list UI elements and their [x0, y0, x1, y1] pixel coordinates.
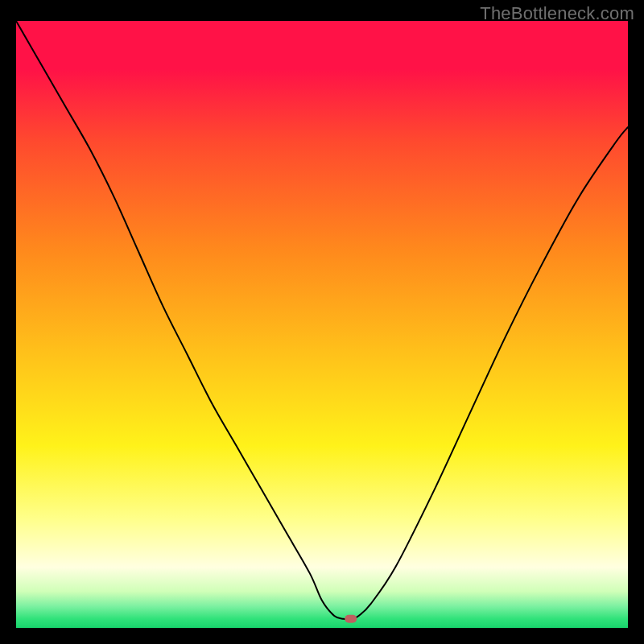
- optimal-point-marker: [345, 615, 357, 623]
- bottleneck-plot: [16, 21, 628, 628]
- gradient-background: [16, 21, 628, 628]
- watermark-text: TheBottleneck.com: [480, 3, 634, 24]
- image-frame: TheBottleneck.com: [0, 0, 644, 644]
- plot-svg: [16, 21, 628, 628]
